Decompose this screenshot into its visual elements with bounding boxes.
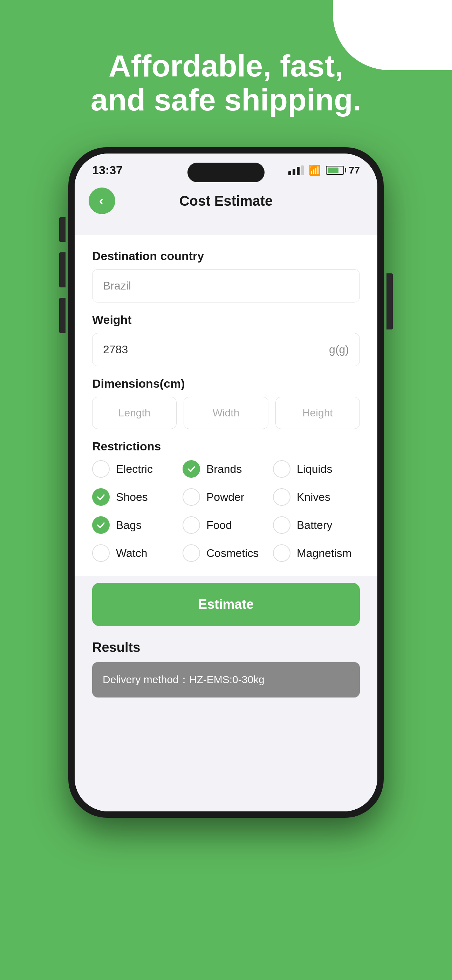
restriction-label-liquids: Liquids (297, 463, 332, 476)
checkbox-powder[interactable] (183, 488, 200, 506)
battery-percent: 77 (349, 165, 360, 176)
back-button[interactable]: ‹ (89, 188, 115, 214)
spacer-top (75, 225, 377, 232)
checkbox-watch[interactable] (92, 544, 110, 562)
checkbox-bags[interactable] (92, 516, 110, 534)
checkbox-knives[interactable] (273, 488, 290, 506)
restriction-item-battery[interactable]: Battery (273, 516, 360, 534)
restriction-item-electric[interactable]: Electric (92, 460, 179, 478)
restriction-label-knives: Knives (297, 491, 330, 504)
battery-icon (326, 166, 344, 175)
length-placeholder: Length (118, 407, 151, 418)
result-card: Delivery method：HZ-EMS:0-30kg (92, 662, 360, 697)
back-chevron-icon: ‹ (99, 194, 104, 207)
checkbox-battery[interactable] (273, 516, 290, 534)
dynamic-island (188, 162, 264, 182)
status-icons: 📶 77 (288, 164, 360, 176)
dimensions-label: Dimensions(cm) (92, 377, 360, 390)
restriction-label-magnetism: Magnetism (297, 547, 352, 560)
restriction-item-liquids[interactable]: Liquids (273, 460, 360, 478)
battery-fill (328, 167, 339, 173)
width-placeholder: Width (213, 407, 240, 418)
restriction-label-cosmetics: Cosmetics (206, 547, 259, 560)
height-input[interactable]: Height (275, 397, 360, 429)
destination-label: Destination country (92, 249, 360, 263)
nav-title: Cost Estimate (180, 193, 273, 209)
restrictions-label: Restrictions (92, 439, 360, 453)
volume-up-button (59, 252, 65, 287)
restriction-item-bags[interactable]: Bags (92, 516, 179, 534)
destination-value: Brazil (103, 279, 131, 292)
restriction-item-powder[interactable]: Powder (183, 488, 269, 506)
restrictions-grid: ElectricBrandsLiquidsShoesPowderKnivesBa… (92, 460, 360, 562)
phone-outer-frame: 13:37 📶 77 (68, 147, 384, 818)
restriction-item-food[interactable]: Food (183, 516, 269, 534)
phone-screen: 13:37 📶 77 (75, 154, 377, 811)
restriction-label-powder: Powder (206, 491, 245, 504)
restriction-item-shoes[interactable]: Shoes (92, 488, 179, 506)
wifi-icon: 📶 (309, 164, 321, 176)
restriction-label-brands: Brands (206, 463, 242, 476)
power-button (387, 274, 393, 329)
checkbox-magnetism[interactable] (273, 544, 290, 562)
estimate-button-label: Estimate (198, 597, 254, 612)
dimensions-row: Length Width Height (92, 397, 360, 429)
width-input[interactable]: Width (184, 397, 268, 429)
restriction-label-battery: Battery (297, 519, 332, 532)
results-title: Results (92, 640, 360, 655)
restriction-label-bags: Bags (116, 519, 142, 532)
restriction-item-cosmetics[interactable]: Cosmetics (183, 544, 269, 562)
restriction-label-food: Food (206, 519, 232, 532)
checkbox-shoes[interactable] (92, 488, 110, 506)
checkbox-liquids[interactable] (273, 460, 290, 478)
estimate-button[interactable]: Estimate (92, 583, 360, 626)
nav-bar: ‹ Cost Estimate (75, 180, 377, 225)
weight-value: 2783 (103, 343, 128, 356)
form-area: Destination country Brazil Weight 2783 g… (75, 235, 377, 576)
weight-label: Weight (92, 313, 360, 327)
result-card-text: Delivery method：HZ-EMS:0-30kg (103, 673, 349, 687)
height-placeholder: Height (302, 407, 333, 418)
hero-title: Affordable, fast, and safe shipping. (0, 49, 452, 117)
checkbox-cosmetics[interactable] (183, 544, 200, 562)
checkbox-food[interactable] (183, 516, 200, 534)
restriction-item-watch[interactable]: Watch (92, 544, 179, 562)
restriction-label-watch: Watch (116, 547, 148, 560)
mute-switch (59, 217, 65, 242)
signal-icon (288, 165, 304, 175)
weight-input[interactable]: 2783 g(g) (92, 333, 360, 366)
restriction-item-brands[interactable]: Brands (183, 460, 269, 478)
weight-unit: g(g) (329, 343, 349, 356)
hero-title-line2: and safe shipping. (28, 83, 424, 117)
restriction-label-electric: Electric (116, 463, 153, 476)
restriction-label-shoes: Shoes (116, 491, 148, 504)
restriction-item-knives[interactable]: Knives (273, 488, 360, 506)
results-area: Results Delivery method：HZ-EMS:0-30kg (75, 633, 377, 705)
length-input[interactable]: Length (92, 397, 177, 429)
hero-title-line1: Affordable, fast, (28, 49, 424, 83)
phone-mockup: 13:37 📶 77 (68, 147, 384, 818)
restriction-item-magnetism[interactable]: Magnetism (273, 544, 360, 562)
destination-input[interactable]: Brazil (92, 269, 360, 302)
checkbox-brands[interactable] (183, 460, 200, 478)
app-content: ‹ Cost Estimate Destination country Braz… (75, 180, 377, 811)
status-time: 13:37 (92, 163, 123, 177)
checkbox-electric[interactable] (92, 460, 110, 478)
volume-down-button (59, 298, 65, 333)
